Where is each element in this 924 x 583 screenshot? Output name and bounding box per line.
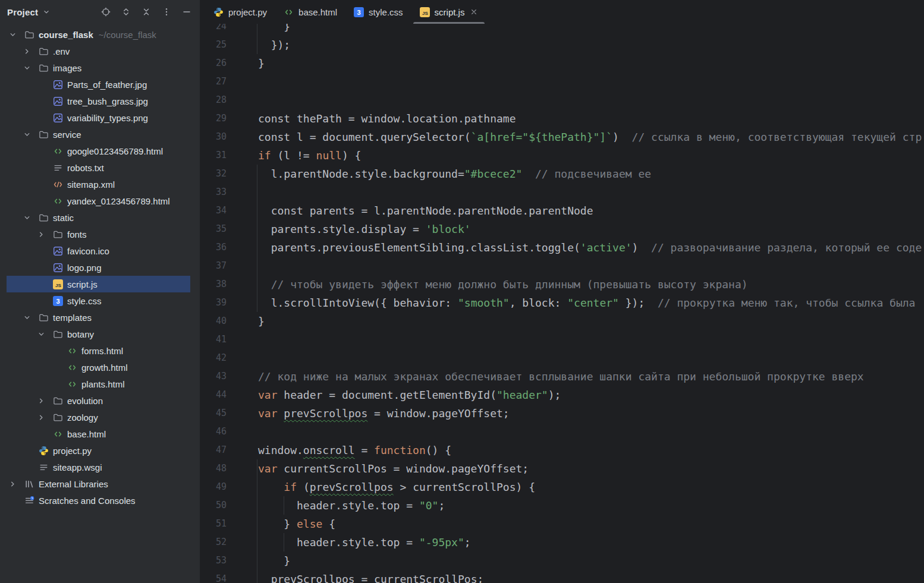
line-number[interactable]: 35 [200,220,227,238]
line-number[interactable]: 45 [200,404,227,423]
chevron-right-icon[interactable] [36,396,52,405]
line-number[interactable]: 42 [200,349,227,367]
line-number[interactable]: 49 [200,478,227,496]
tree-item-google0123456789-html[interactable]: google0123456789.html [0,143,200,159]
more-icon[interactable] [162,7,171,17]
tree-item-base-html[interactable]: base.html [0,426,200,442]
line-number[interactable]: 29 [200,109,227,128]
line-number[interactable]: 31 [200,146,227,165]
tree-item-env[interactable]: .env [0,43,200,59]
line-number[interactable]: 48 [200,459,227,478]
line-number[interactable]: 38 [200,275,227,294]
line-number[interactable]: 27 [200,73,227,91]
line-number[interactable]: 50 [200,496,227,515]
tab-project-py[interactable]: project.py [205,0,275,24]
tree-item-sitemap-xml[interactable]: sitemap.xml [0,176,200,193]
chevron-down-icon[interactable] [21,313,38,322]
chevron-right-icon[interactable] [36,229,52,239]
tree-item-parts-of-feather-jpg[interactable]: Parts_of_feather.jpg [0,76,200,93]
tree-item-zoology[interactable]: zoology [0,409,200,426]
line-number[interactable]: 51 [200,515,227,533]
tree-item-label: images [53,63,81,73]
tree-item-favicon-ico[interactable]: favicon.ico [0,242,200,259]
line-number[interactable]: 44 [200,386,227,404]
indent-guide [257,165,257,312]
tree-item-script-js[interactable]: JSscript.js [0,276,200,292]
tab-base-html[interactable]: base.html [275,0,345,24]
project-panel-title[interactable]: Project [7,7,38,17]
line-number[interactable]: 43 [200,367,227,386]
tree-item-fonts[interactable]: fonts [0,226,200,242]
tree-item-plants-html[interactable]: plants.html [0,376,200,392]
tree-item-label: botany [67,329,94,339]
tree-item-external-libraries[interactable]: External Libraries [0,475,200,492]
tree-item-style-css[interactable]: 3style.css [0,292,200,309]
line-number[interactable]: 26 [200,54,227,73]
close-icon[interactable] [470,8,478,16]
locate-icon[interactable] [101,7,111,17]
indent-guide [257,459,257,583]
line-number[interactable]: 47 [200,441,227,459]
tree-item-variability-types-png[interactable]: variability_types.png [0,109,200,126]
tree-item-forms-html[interactable]: forms.html [0,342,200,359]
line-number[interactable]: 46 [200,423,227,441]
tree-item-scratches-and-consoles[interactable]: Scratches and Consoles [0,492,200,509]
chevron-down-icon[interactable] [21,63,38,73]
code-line: 26} [200,54,924,73]
chevron-slot [36,263,52,272]
tree-item-images[interactable]: images [0,59,200,76]
tree-item-service[interactable]: service [0,126,200,143]
code-editor[interactable]: 24 }25 });26}272829const thePath = windo… [200,24,924,583]
line-number[interactable]: 24 [200,24,227,36]
js-icon: JS [52,279,63,289]
line-number[interactable]: 32 [200,165,227,183]
tree-item-yandex-0123456789-html[interactable]: yandex_0123456789.html [0,193,200,209]
tree-item-botany[interactable]: botany [0,326,200,342]
chevron-right-icon[interactable] [36,412,52,422]
line-number[interactable]: 33 [200,183,227,201]
line-number[interactable]: 34 [200,201,227,220]
chevron-slot [36,96,52,106]
line-number[interactable]: 39 [200,294,227,312]
tab-script-js[interactable]: JSscript.js [411,0,487,24]
svg-text:JS: JS [422,10,428,15]
tree-item-growth-html[interactable]: growth.html [0,359,200,376]
chevron-right-icon[interactable] [7,479,24,489]
code-content: 24 }25 });26}272829const thePath = windo… [200,24,924,583]
line-number[interactable]: 41 [200,330,227,349]
tree-item-course-flask[interactable]: course_flask~/course_flask [0,26,200,43]
tree-item-project-py[interactable]: project.py [0,442,200,459]
chevron-down-icon[interactable] [36,329,52,339]
tree-item-logo-png[interactable]: logo.png [0,259,200,276]
line-number[interactable]: 30 [200,128,227,146]
html-icon [52,428,63,439]
chevron-down-icon[interactable] [7,30,24,39]
hide-icon[interactable] [182,7,191,17]
line-number[interactable]: 40 [200,312,227,330]
collapse-all-icon[interactable] [142,7,151,17]
line-number[interactable]: 53 [200,552,227,570]
tab-style-css[interactable]: 3style.css [345,0,411,24]
line-number[interactable]: 36 [200,238,227,257]
folder-icon [38,46,49,56]
unfold-icon[interactable] [121,7,131,17]
line-number[interactable]: 28 [200,91,227,109]
tree-item-evolution[interactable]: evolution [0,392,200,409]
tree-item-siteapp-wsgi[interactable]: siteapp.wsgi [0,459,200,475]
tree-item-tree-bush-grass-jpg[interactable]: tree_bush_grass.jpg [0,93,200,109]
chevron-right-icon[interactable] [21,46,38,56]
tree-item-templates[interactable]: templates [0,309,200,326]
chevron-down-icon[interactable] [42,8,51,16]
line-number[interactable]: 37 [200,257,227,275]
code-line: 37 [200,257,924,275]
code-line: 29const thePath = window.location.pathna… [200,109,924,128]
line-number[interactable]: 52 [200,533,227,552]
chevron-slot [36,113,52,122]
chevron-down-icon[interactable] [21,130,38,139]
line-number[interactable]: 25 [200,36,227,54]
chevron-down-icon[interactable] [21,213,38,222]
tree-item-robots-txt[interactable]: robots.txt [0,159,200,176]
line-number[interactable]: 54 [200,570,227,583]
tree-item-static[interactable]: static [0,209,200,226]
tree-item-label: service [53,130,81,140]
